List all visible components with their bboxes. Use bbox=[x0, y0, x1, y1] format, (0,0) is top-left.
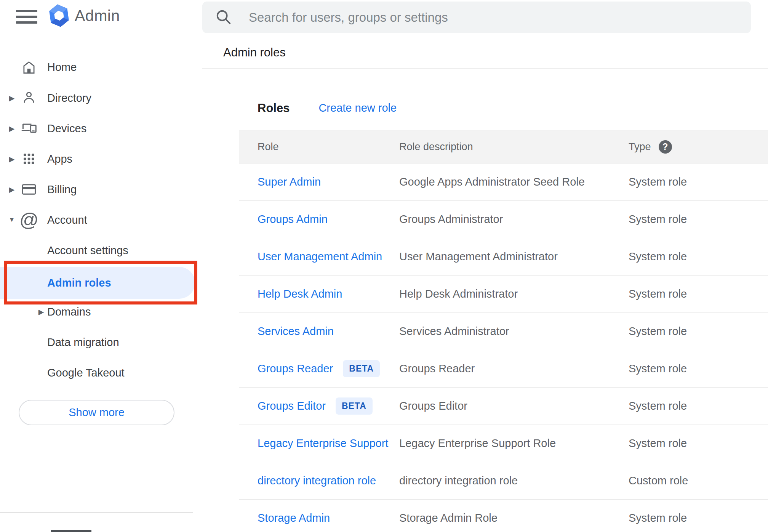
sidebar-item-home[interactable]: Home bbox=[0, 52, 197, 82]
role-type: System role bbox=[629, 176, 768, 188]
help-icon[interactable]: ? bbox=[659, 140, 672, 154]
show-more-button[interactable]: Show more bbox=[19, 400, 174, 425]
sidebar-item-apps[interactable]: ▶ Apps bbox=[0, 144, 197, 174]
sidebar-item-label: Home bbox=[47, 61, 77, 74]
role-link[interactable]: Storage Admin bbox=[258, 512, 330, 524]
role-description: Groups Administrator bbox=[399, 213, 629, 226]
roles-title: Roles bbox=[258, 101, 290, 115]
role-type: System role bbox=[629, 400, 768, 412]
sidebar-item-account[interactable]: ▼ @ Account bbox=[0, 205, 197, 235]
table-row: directory integration role directory int… bbox=[239, 462, 768, 500]
sidebar-item-label: Directory bbox=[47, 92, 91, 104]
credit-card-icon bbox=[21, 181, 37, 198]
beta-badge: BETA bbox=[336, 397, 373, 415]
table-row: Storage Admin Storage Admin Role System … bbox=[239, 500, 768, 532]
role-description: Storage Admin Role bbox=[399, 512, 629, 524]
role-link[interactable]: Super Admin bbox=[258, 176, 321, 188]
role-link[interactable]: Groups Editor bbox=[258, 400, 326, 412]
sidebar-item-directory[interactable]: ▶ Directory bbox=[0, 83, 197, 113]
roles-card-header: Roles Create new role bbox=[239, 86, 768, 130]
role-type: System role bbox=[629, 213, 768, 226]
search-input[interactable] bbox=[202, 2, 751, 33]
column-header-type: Type ? bbox=[629, 140, 768, 154]
role-link[interactable]: Legacy Enterprise Support bbox=[258, 437, 388, 450]
role-description: Legacy Enterprise Support Role bbox=[399, 437, 629, 450]
devices-icon bbox=[21, 120, 37, 137]
apps-grid-icon bbox=[21, 151, 37, 167]
role-description: Services Administrator bbox=[399, 325, 629, 338]
beta-badge: BETA bbox=[343, 360, 380, 377]
hamburger-menu-icon[interactable] bbox=[16, 10, 37, 24]
sidebar-item-google-takeout[interactable]: Google Takeout bbox=[0, 357, 197, 388]
role-description: Groups Reader bbox=[399, 362, 629, 375]
chevron-right-icon[interactable]: ▶ bbox=[7, 185, 16, 194]
sidebar-item-data-migration[interactable]: Data migration bbox=[0, 327, 197, 357]
role-type: System role bbox=[629, 288, 768, 300]
sidebar-item-label: Google Takeout bbox=[47, 367, 125, 379]
cutoff-icon-fragment bbox=[51, 530, 91, 532]
role-type: System role bbox=[629, 512, 768, 524]
table-row: Groups Reader BETA Groups Reader System … bbox=[239, 350, 768, 388]
sidebar-item-devices[interactable]: ▶ Devices bbox=[0, 113, 197, 144]
role-description: Google Apps Administrator Seed Role bbox=[399, 176, 629, 188]
role-link[interactable]: Help Desk Admin bbox=[258, 288, 342, 300]
table-row: Super Admin Google Apps Administrator Se… bbox=[239, 163, 768, 201]
sidebar-item-label: Apps bbox=[47, 153, 72, 165]
table-row: Groups Editor BETA Groups Editor System … bbox=[239, 388, 768, 425]
table-row: Legacy Enterprise Support Legacy Enterpr… bbox=[239, 425, 768, 462]
sidebar-item-label: Account bbox=[47, 214, 87, 226]
chevron-right-icon[interactable]: ▶ bbox=[7, 155, 16, 163]
role-description: User Management Administrator bbox=[399, 250, 629, 263]
role-link[interactable]: directory integration role bbox=[258, 474, 376, 487]
table-row: Groups Admin Groups Administrator System… bbox=[239, 201, 768, 238]
role-link[interactable]: User Management Admin bbox=[258, 250, 382, 263]
role-type: Custom role bbox=[629, 474, 768, 487]
roles-card: Roles Create new role Role Role descript… bbox=[239, 86, 768, 532]
role-type: System role bbox=[629, 250, 768, 263]
chevron-right-icon[interactable]: ▶ bbox=[7, 124, 16, 133]
chevron-down-icon[interactable]: ▼ bbox=[7, 216, 16, 224]
sidebar-item-account-settings[interactable]: Account settings bbox=[0, 235, 197, 266]
person-icon bbox=[21, 90, 37, 106]
role-description: Help Desk Administrator bbox=[399, 288, 629, 300]
sidebar-item-label: Billing bbox=[47, 183, 77, 196]
column-header-type-label: Type bbox=[629, 141, 651, 153]
sidebar-item-label: Data migration bbox=[47, 336, 119, 349]
role-description: Groups Editor bbox=[399, 400, 629, 412]
sidebar-item-label: Devices bbox=[47, 122, 86, 135]
at-sign-icon: @ bbox=[21, 212, 37, 228]
sidebar-bottom-divider bbox=[0, 512, 193, 513]
chevron-right-icon[interactable]: ▶ bbox=[37, 308, 46, 316]
sidebar-item-label: Account settings bbox=[47, 244, 128, 257]
sidebar-item-admin-roles[interactable]: Admin roles bbox=[0, 267, 195, 299]
page-title: Admin roles bbox=[223, 46, 286, 59]
brand-name: Admin bbox=[75, 7, 120, 25]
sidebar-item-label: Admin roles bbox=[47, 277, 111, 289]
admin-logo-icon bbox=[48, 4, 70, 29]
column-header-role: Role bbox=[239, 141, 399, 153]
chevron-right-icon[interactable]: ▶ bbox=[7, 94, 16, 103]
role-type: System role bbox=[629, 437, 768, 450]
table-header-row: Role Role description Type ? bbox=[239, 130, 768, 163]
table-row: User Management Admin User Management Ad… bbox=[239, 238, 768, 276]
column-header-description: Role description bbox=[399, 141, 629, 153]
title-divider bbox=[202, 68, 768, 69]
sidebar-item-billing[interactable]: ▶ Billing bbox=[0, 174, 197, 205]
role-link[interactable]: Groups Admin bbox=[258, 213, 328, 226]
role-description: directory integration role bbox=[399, 474, 629, 487]
sidebar-item-domains[interactable]: ▶ Domains bbox=[0, 296, 197, 327]
role-link[interactable]: Services Admin bbox=[258, 325, 334, 338]
role-link[interactable]: Groups Reader bbox=[258, 362, 333, 375]
table-row: Services Admin Services Administrator Sy… bbox=[239, 313, 768, 350]
sidebar: Admin Home ▶ Directory ▶ Devices ▶ Apps bbox=[0, 0, 197, 532]
create-new-role-link[interactable]: Create new role bbox=[318, 102, 397, 114]
sidebar-item-label: Domains bbox=[47, 306, 91, 318]
table-row: Help Desk Admin Help Desk Administrator … bbox=[239, 276, 768, 313]
home-icon bbox=[21, 59, 37, 75]
role-type: System role bbox=[629, 325, 768, 338]
role-type: System role bbox=[629, 362, 768, 375]
